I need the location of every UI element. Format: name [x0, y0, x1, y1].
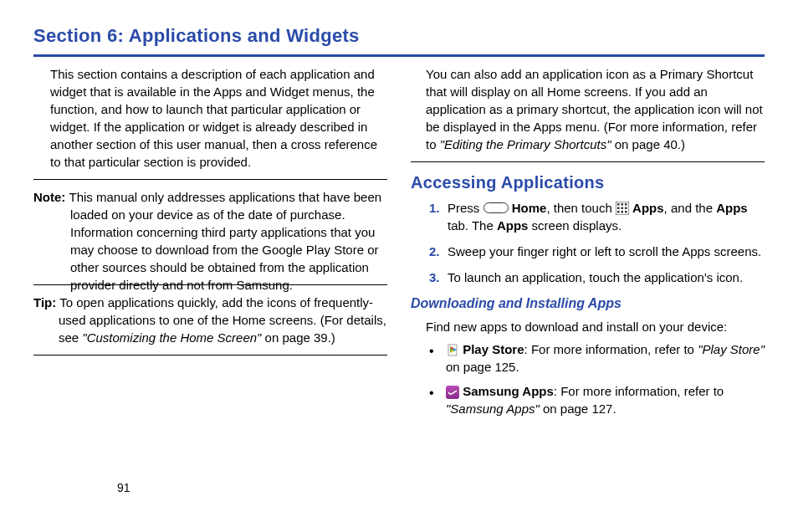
- home-icon: [483, 202, 509, 213]
- find-text: Find new apps to download and install on…: [426, 318, 765, 335]
- play-store-icon: [446, 344, 459, 357]
- step-text: , then touch: [546, 201, 616, 215]
- apps-label-2: Apps: [716, 201, 748, 215]
- top-text-2: on page 40.): [611, 137, 685, 151]
- downloading-subhead: Downloading and Installing Apps: [411, 294, 765, 313]
- step-2: 2. Sweep your finger right or left to sc…: [429, 243, 765, 260]
- tip-label: Tip:: [33, 295, 56, 309]
- apps-icon: [616, 202, 629, 215]
- note-label: Note:: [33, 190, 69, 204]
- intro-paragraph: This section contains a description of e…: [50, 65, 387, 171]
- steps-list: 1. Press Home, then touch Apps, and the …: [429, 199, 765, 286]
- svg-rect-2: [621, 203, 623, 206]
- bullet-ref: "Samsung Apps": [446, 402, 540, 416]
- bullet-play-store: • Play Store: For more information, refe…: [427, 340, 765, 376]
- top-reference: "Editing the Primary Shortcuts": [440, 137, 611, 151]
- step-text: screen displays.: [528, 218, 622, 233]
- svg-rect-6: [625, 207, 627, 209]
- bullet-samsung-apps: • Samsung Apps: For more information, re…: [427, 382, 765, 417]
- bullet-dot: •: [429, 342, 434, 361]
- tip-block: Tip: To open applications quickly, add t…: [33, 294, 387, 346]
- apps-label: Apps: [632, 201, 664, 215]
- divider: [33, 179, 387, 180]
- samsung-apps-icon: [446, 386, 459, 399]
- step-text: Press: [448, 201, 483, 215]
- step-text: Sweep your finger right or left to scrol…: [448, 244, 761, 258]
- bullet-text: : For more information, refer to: [554, 384, 724, 398]
- top-paragraph: You can also add an application icon as …: [426, 65, 765, 153]
- svg-rect-9: [625, 211, 627, 213]
- svg-rect-1: [617, 203, 620, 206]
- step-text: tab. The: [448, 218, 497, 233]
- bullet-title: Play Store: [463, 342, 524, 356]
- svg-rect-7: [617, 211, 620, 213]
- svg-rect-8: [621, 211, 623, 213]
- step-text: , and the: [664, 201, 717, 215]
- divider: [33, 355, 387, 356]
- step-text: To launch an application, touch the appl…: [448, 270, 743, 284]
- tip-reference: "Customizing the Home Screen": [82, 330, 261, 345]
- content-columns: This section contains a description of e…: [33, 65, 765, 424]
- bullet-ref: "Play Store": [698, 342, 765, 356]
- step-number: 2.: [429, 243, 440, 260]
- accessing-heading: Accessing Applications: [411, 171, 765, 194]
- svg-rect-5: [621, 207, 623, 209]
- page-number: 91: [117, 480, 130, 497]
- bullet-dot: •: [429, 384, 434, 402]
- bullet-text: : For more information, refer to: [524, 342, 698, 356]
- svg-rect-4: [617, 207, 620, 209]
- svg-rect-3: [625, 203, 627, 206]
- step-3: 3. To launch an application, touch the a…: [429, 269, 765, 286]
- section-header: Section 6: Applications and Widgets: [33, 23, 765, 49]
- home-label: Home: [512, 201, 547, 215]
- tip-text-2: on page 39.): [261, 330, 335, 345]
- bullets-list: • Play Store: For more information, refe…: [427, 340, 765, 417]
- note-text: This manual only addresses applications …: [69, 190, 382, 292]
- left-column: This section contains a description of e…: [33, 65, 387, 424]
- note-block: Note: This manual only addresses applica…: [33, 188, 387, 294]
- right-column: You can also add an application icon as …: [411, 65, 765, 424]
- divider: [411, 161, 765, 162]
- bullet-text-2: on page 125.: [446, 360, 519, 374]
- step-1: 1. Press Home, then touch Apps, and the …: [429, 199, 765, 234]
- bullet-title: Samsung Apps: [463, 384, 554, 398]
- step-number: 3.: [429, 269, 440, 286]
- step-number: 1.: [429, 199, 440, 217]
- bullet-text-2: on page 127.: [540, 402, 616, 416]
- apps-label-3: Apps: [497, 218, 529, 233]
- header-rule: [33, 54, 765, 57]
